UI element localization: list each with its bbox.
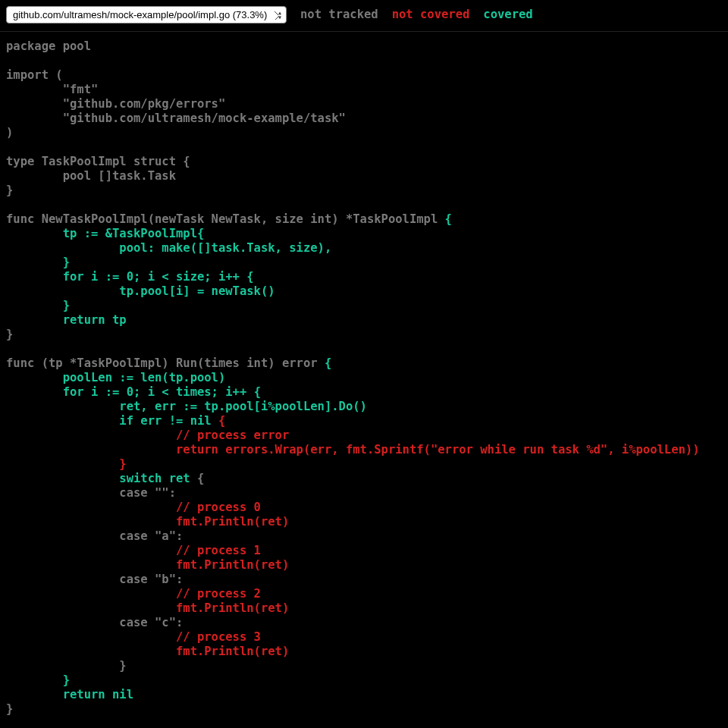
legend-not-covered: not covered — [392, 8, 470, 22]
code-segment: // process error — [6, 428, 289, 442]
code-segment: if err != nil — [6, 414, 218, 428]
code-segment: ret, err := tp.pool[i%poolLen].Do() — [6, 400, 367, 413]
code-segment — [6, 472, 119, 485]
code-segment: { — [325, 356, 331, 370]
code-segment: ) — [6, 126, 13, 140]
code-segment: import ( — [6, 68, 63, 82]
code-segment: // process 0 — [6, 500, 261, 514]
code-segment: } — [6, 184, 13, 197]
code-segment: type TaskPoolImpl struct { — [6, 155, 190, 168]
code-segment: // process 3 — [6, 630, 261, 644]
code-segment: { — [445, 212, 452, 226]
code-segment: pool: make([]task.Task, size), — [6, 241, 331, 255]
file-select-wrap: github.com/ultramesh/mock-example/pool/i… — [6, 6, 287, 24]
code-segment: } — [6, 702, 13, 716]
code-segment: func (tp *TaskPoolImpl) Run(times int) e… — [6, 356, 325, 370]
code-segment: } — [6, 328, 13, 341]
code-segment: fmt.Println(ret) — [6, 601, 289, 615]
code-segment: } — [6, 256, 70, 269]
code-segment: case "b": — [6, 573, 183, 586]
coverage-topbar: github.com/ultramesh/mock-example/pool/i… — [0, 0, 728, 32]
code-segment: package pool — [6, 39, 91, 53]
legend-not-tracked: not tracked — [300, 8, 378, 22]
code-segment: poolLen := len(tp.pool) — [6, 371, 225, 384]
code-segment: "github.com/ultramesh/mock-example/task" — [6, 111, 346, 125]
code-segment: switch ret — [119, 472, 197, 485]
code-segment: return errors.Wrap(err, fmt.Sprintf("err… — [6, 443, 700, 457]
code-segment: tp := &TaskPoolImpl{ — [6, 227, 204, 240]
code-segment: case "": — [6, 486, 176, 500]
code-segment: { — [197, 472, 204, 485]
code-view: package pool import ( "fmt" "github.com/… — [0, 32, 728, 723]
code-segment: } — [6, 299, 70, 312]
code-segment: fmt.Println(ret) — [6, 645, 289, 658]
code-segment: } — [6, 457, 127, 471]
code-segment: for i := 0; i < size; i++ — [6, 270, 246, 284]
code-segment: { — [246, 270, 253, 284]
legend-covered: covered — [483, 8, 532, 22]
code-segment: return nil — [6, 688, 133, 701]
code-segment: // process 1 — [6, 544, 261, 557]
code-segment: pool []task.Task — [6, 169, 176, 183]
code-segment: fmt.Println(ret) — [6, 515, 289, 529]
code-segment: } — [6, 673, 70, 687]
code-segment: case "a": — [6, 529, 183, 543]
code-segment: for i := 0; i < times; i++ — [6, 385, 254, 399]
code-segment: "fmt" — [6, 83, 98, 96]
code-segment: case "c": — [6, 616, 183, 629]
code-segment: "github.com/pkg/errors" — [6, 97, 225, 111]
code-segment: { — [218, 414, 225, 428]
code-segment: // process 2 — [6, 587, 261, 601]
code-segment: func NewTaskPoolImpl(newTask NewTask, si… — [6, 212, 445, 226]
code-segment: { — [254, 385, 261, 399]
code-segment: tp.pool[i] = newTask() — [6, 284, 275, 298]
file-select[interactable]: github.com/ultramesh/mock-example/pool/i… — [6, 6, 287, 24]
code-segment: fmt.Println(ret) — [6, 558, 289, 572]
code-segment: return tp — [6, 313, 127, 327]
code-segment: } — [6, 659, 127, 673]
